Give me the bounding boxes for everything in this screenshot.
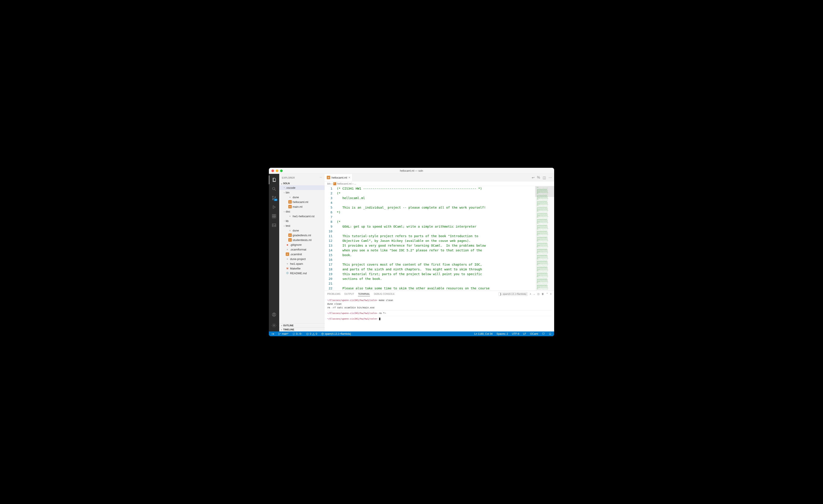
- sidebar: EXPLORER ⋯ ⌄ SOLN ›.vscode⌄bin≡dune≡hell…: [279, 174, 325, 331]
- explorer-tab[interactable]: [269, 176, 279, 184]
- tree-item[interactable]: ⓘREADME.md: [279, 271, 325, 276]
- tree-item[interactable]: ≡gradedtests.ml: [279, 233, 325, 238]
- tree-item[interactable]: ≡hw1-hellocaml.rst: [279, 214, 325, 219]
- tree-item-label: README.md: [290, 272, 307, 275]
- tree-item-label: dune-project: [290, 257, 306, 261]
- minimize-window-button[interactable]: [276, 170, 278, 172]
- account-icon: [272, 312, 277, 317]
- tree-item-label: studenttests.ml: [293, 238, 311, 242]
- panel-tabs: PROBLEMS OUTPUT TERMINAL DEBUG CONSOLE ❯…: [325, 291, 554, 297]
- package-icon: [321, 332, 324, 335]
- tree-item[interactable]: ≡studenttests.ml: [279, 238, 325, 242]
- svg-point-13: [279, 333, 279, 333]
- tree-item-label: doc: [286, 210, 290, 213]
- tab-close-button[interactable]: ×: [348, 176, 350, 179]
- sync-icon: [292, 332, 295, 335]
- panel-tab-problems[interactable]: PROBLEMS: [327, 292, 340, 296]
- status-errors[interactable]: 0 0: [305, 331, 318, 336]
- tree-item[interactable]: ≡hw1.opam: [279, 261, 325, 266]
- status-language[interactable]: OCaml: [529, 332, 539, 335]
- bottom-panel: PROBLEMS OUTPUT TERMINAL DEBUG CONSOLE ❯…: [325, 290, 554, 331]
- tree-item[interactable]: ≡main.ml: [279, 204, 325, 209]
- extensions-tab[interactable]: [269, 212, 279, 221]
- tree-item[interactable]: ≡.ocamlformat: [279, 247, 325, 252]
- diff-icon[interactable]: %: [537, 176, 540, 180]
- tree-item[interactable]: ⌄test: [279, 223, 325, 228]
- more-actions-icon[interactable]: ⋯: [548, 176, 552, 180]
- status-position[interactable]: Ln 1180, Col 34: [474, 332, 494, 335]
- custom-tab[interactable]: [269, 221, 279, 230]
- panel-tab-terminal[interactable]: TERMINAL: [358, 292, 370, 296]
- outline-section[interactable]: › OUTLINE: [279, 323, 325, 327]
- source-control-tab[interactable]: 18: [269, 194, 279, 202]
- breadcrumb[interactable]: bin › ≡ hellocaml.ml › ...: [325, 181, 554, 186]
- tree-item[interactable]: ⌄bin: [279, 190, 325, 195]
- settings-tab[interactable]: [269, 321, 279, 330]
- code-content[interactable]: (* CIS341 HW1 --------------------------…: [337, 186, 535, 290]
- status-remote[interactable]: [271, 331, 275, 336]
- new-terminal-button[interactable]: +: [530, 293, 531, 295]
- terminal-content[interactable]: ~/Classes/upenn-cis341/hw/hw1/soln> make…: [325, 297, 554, 331]
- svg-rect-8: [274, 214, 276, 216]
- panel-tab-output[interactable]: OUTPUT: [344, 292, 354, 296]
- tree-item[interactable]: MMakefile: [279, 266, 325, 271]
- tree-item[interactable]: ≡hellocaml.ml: [279, 200, 325, 204]
- status-feedback[interactable]: [541, 332, 546, 335]
- tree-item[interactable]: ◆.gitignore: [279, 242, 325, 247]
- error-icon: [306, 332, 309, 335]
- status-opam[interactable]: opam(4.13.1+flambda): [320, 331, 352, 336]
- minimap[interactable]: (* CIS341 HW1 --------------------------…: [535, 186, 554, 290]
- sidebar-root-section[interactable]: ⌄ SOLN: [279, 181, 325, 185]
- tree-item-label: Makefile: [290, 267, 300, 270]
- tree-item[interactable]: ≡dune-project: [279, 257, 325, 261]
- svg-point-20: [313, 334, 314, 335]
- svg-point-2: [272, 196, 274, 197]
- status-spaces[interactable]: Spaces: 2: [496, 332, 509, 335]
- breadcrumb-part[interactable]: ...: [354, 182, 356, 185]
- terminal-dropdown[interactable]: ⌄: [533, 293, 535, 295]
- svg-point-11: [274, 313, 275, 315]
- tree-item-label: test: [286, 224, 290, 227]
- status-eol[interactable]: LF: [522, 332, 527, 335]
- breadcrumb-part[interactable]: hellocaml.ml: [337, 182, 352, 185]
- sidebar-root-label: SOLN: [283, 182, 290, 185]
- accounts-tab[interactable]: [269, 310, 279, 319]
- editor-tab[interactable]: ≡ hellocaml.ml ×: [325, 174, 352, 181]
- chevron-right-icon: ›: [280, 324, 283, 327]
- status-encoding[interactable]: UTF-8: [511, 332, 520, 335]
- code-editor[interactable]: 1234567891011121314151617181920212223 (*…: [325, 186, 535, 290]
- go-back-icon[interactable]: ↩: [532, 176, 534, 180]
- svg-rect-5: [272, 214, 274, 216]
- tree-item-label: .ocamlinit: [290, 253, 302, 256]
- panel-tab-debug[interactable]: DEBUG CONSOLE: [374, 292, 395, 296]
- tree-item[interactable]: ⌄doc: [279, 209, 325, 214]
- terminal-selector[interactable]: ❯ opam(4.13.1+flambda): [499, 292, 527, 296]
- close-window-button[interactable]: [272, 170, 274, 172]
- sidebar-more-icon[interactable]: ⋯: [320, 176, 322, 179]
- status-bar: main* 0↓ 6↑ 0 0 opam(4.13.1+flambda) Ln …: [269, 331, 554, 336]
- split-terminal-button[interactable]: ◫: [537, 293, 539, 295]
- status-notifications[interactable]: [548, 332, 552, 335]
- tree-item[interactable]: ≡dune: [279, 228, 325, 233]
- kill-terminal-button[interactable]: 🗑: [542, 293, 544, 295]
- breadcrumb-part[interactable]: bin: [327, 182, 331, 185]
- split-editor-icon[interactable]: ◫: [543, 176, 546, 180]
- chevron-down-icon: ⌄: [280, 182, 283, 185]
- search-tab[interactable]: [269, 185, 279, 193]
- editor-tabs: ≡ hellocaml.ml × ↩ % ◫ ⋯: [325, 174, 554, 181]
- tree-item[interactable]: ›.vscode: [279, 185, 325, 190]
- feedback-icon: [542, 332, 545, 335]
- close-panel-button[interactable]: ×: [550, 293, 551, 295]
- search-icon: [272, 187, 277, 191]
- maximize-panel-button[interactable]: ⌃: [546, 293, 548, 295]
- file-tree: ›.vscode⌄bin≡dune≡hellocaml.ml≡main.ml⌄d…: [279, 185, 325, 323]
- tree-item[interactable]: ≡dune: [279, 195, 325, 200]
- timeline-section[interactable]: › TIMELINE: [279, 327, 325, 331]
- status-branch[interactable]: main*: [277, 331, 289, 336]
- status-sync[interactable]: 0↓ 6↑: [292, 331, 303, 336]
- tree-item-label: hw1.opam: [290, 262, 303, 265]
- tree-item[interactable]: ≡.ocamlinit: [279, 252, 325, 257]
- maximize-window-button[interactable]: [280, 170, 283, 172]
- tree-item[interactable]: ›lib: [279, 219, 325, 223]
- run-debug-tab[interactable]: [269, 203, 279, 211]
